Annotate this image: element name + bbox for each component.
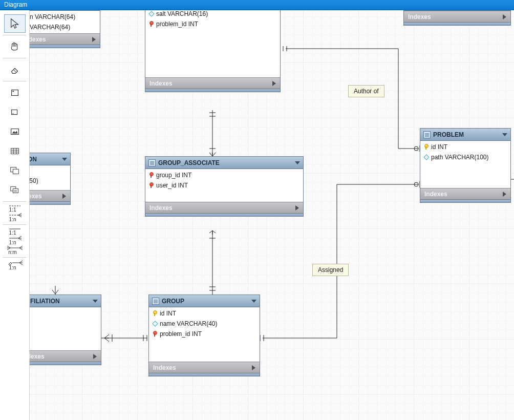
chevron-down-icon bbox=[295, 161, 300, 164]
table-user-fragment[interactable]: n VARCHAR(64) VARCHAR(64) Indexes bbox=[30, 10, 100, 48]
rel-11-solid[interactable]: 1:1 bbox=[0, 227, 29, 236]
rel-1n-edit[interactable]: 1:n bbox=[0, 260, 29, 270]
svg-rect-3 bbox=[11, 110, 17, 114]
expand-icon bbox=[92, 37, 96, 42]
column-row: VARCHAR(64) bbox=[30, 22, 100, 32]
column-row: problem_id INT bbox=[149, 329, 260, 339]
table-usercred-fragment[interactable]: salt VARCHAR(16) problem_id INT Indexes bbox=[145, 10, 281, 92]
column-row: name VARCHAR(40) bbox=[149, 319, 260, 329]
indexes-section[interactable]: Indexes bbox=[420, 188, 510, 199]
table-tool[interactable] bbox=[4, 142, 26, 160]
svg-rect-6 bbox=[11, 149, 18, 154]
table-icon bbox=[152, 298, 159, 305]
indexes-section[interactable]: Indexes bbox=[30, 190, 70, 201]
rel-1n-dashed[interactable]: 1:n bbox=[0, 213, 29, 222]
column-row: id INT bbox=[420, 142, 510, 152]
svg-line-0 bbox=[13, 70, 16, 73]
column-row: problem_id INT bbox=[145, 19, 280, 29]
column-row: id INT bbox=[149, 308, 260, 319]
svg-line-45 bbox=[209, 230, 212, 233]
column-row: group_id INT bbox=[145, 170, 303, 180]
chevron-down-icon bbox=[62, 158, 67, 161]
table-on-fragment[interactable]: ON .(50) Indexes bbox=[30, 153, 71, 205]
column-row: n VARCHAR(64) bbox=[30, 12, 100, 22]
rel-1n-solid[interactable]: 1:n bbox=[0, 236, 29, 245]
table-icon bbox=[423, 131, 431, 138]
svg-line-59 bbox=[52, 290, 55, 294]
diagram-header: Diagram bbox=[0, 0, 514, 10]
indexes-section[interactable]: Indexes bbox=[30, 350, 101, 362]
expand-icon bbox=[93, 354, 97, 359]
rel-nm[interactable]: n:m bbox=[0, 245, 29, 255]
rel-11-dashed[interactable]: 1:1 bbox=[0, 204, 29, 213]
svg-line-60 bbox=[55, 290, 58, 294]
table-group-associate[interactable]: GROUP_ASSOCIATE group_id INT user_id INT… bbox=[145, 156, 304, 217]
cursor-tool[interactable] bbox=[4, 14, 26, 33]
svg-text:00: 00 bbox=[14, 190, 17, 193]
relation-label-author[interactable]: Author of bbox=[348, 85, 384, 97]
indexes-section[interactable]: Indexes bbox=[30, 33, 100, 45]
svg-rect-1 bbox=[11, 90, 18, 96]
chevron-down-icon bbox=[93, 300, 98, 303]
svg-rect-12 bbox=[13, 169, 18, 174]
svg-rect-5 bbox=[11, 129, 18, 135]
expand-icon bbox=[503, 14, 506, 19]
table-filiation[interactable]: FILIATION Indexes bbox=[30, 295, 101, 365]
table-problem[interactable]: PROBLEM id INT path VARCHAR(100) Indexes bbox=[420, 128, 511, 203]
chevron-down-icon bbox=[502, 133, 507, 136]
column-row: salt VARCHAR(16) bbox=[145, 10, 280, 19]
tool-palette: 00 1:1 1:n 1:1 1:n n:m 1:n bbox=[0, 10, 30, 420]
table-group[interactable]: GROUP id INT name VARCHAR(40) problem_id… bbox=[148, 295, 260, 376]
column-row: path VARCHAR(100) bbox=[420, 152, 510, 162]
table-icon bbox=[148, 159, 156, 166]
view-tool[interactable] bbox=[4, 161, 26, 180]
expand-icon bbox=[272, 81, 276, 86]
chevron-down-icon bbox=[251, 300, 256, 303]
diagram-canvas[interactable]: Indexes n VARCHAR(64) VARCHAR(64) Indexe… bbox=[30, 10, 514, 420]
expand-icon bbox=[252, 365, 255, 370]
diagram-title: Diagram bbox=[4, 1, 27, 8]
relation-label-assigned[interactable]: Assigned bbox=[312, 264, 349, 276]
svg-line-53 bbox=[104, 338, 109, 342]
table-fragment-top[interactable]: Indexes bbox=[403, 10, 511, 26]
svg-point-4 bbox=[12, 113, 13, 114]
expand-icon bbox=[503, 192, 506, 197]
layer-tool[interactable] bbox=[4, 83, 26, 102]
indexes-section[interactable]: Indexes bbox=[145, 77, 280, 89]
note-tool[interactable] bbox=[4, 103, 26, 121]
column-row: user_id INT bbox=[145, 180, 303, 191]
indexes-section[interactable]: Indexes bbox=[145, 202, 303, 213]
svg-rect-2 bbox=[12, 91, 14, 92]
expand-icon bbox=[62, 194, 66, 199]
routine-tool[interactable]: 00 bbox=[4, 181, 26, 199]
indexes-section[interactable]: Indexes bbox=[149, 362, 260, 373]
svg-line-40 bbox=[209, 153, 212, 156]
indexes-section[interactable]: Indexes bbox=[404, 11, 510, 22]
svg-line-46 bbox=[212, 230, 216, 233]
svg-point-27 bbox=[414, 146, 418, 151]
expand-icon bbox=[295, 205, 299, 211]
hand-tool[interactable] bbox=[4, 37, 26, 56]
svg-point-34 bbox=[414, 182, 418, 186]
eraser-tool[interactable] bbox=[4, 60, 26, 79]
svg-line-52 bbox=[104, 334, 109, 338]
column-row: .(50) bbox=[30, 176, 70, 186]
image-tool[interactable] bbox=[4, 122, 26, 141]
svg-line-41 bbox=[212, 153, 216, 156]
